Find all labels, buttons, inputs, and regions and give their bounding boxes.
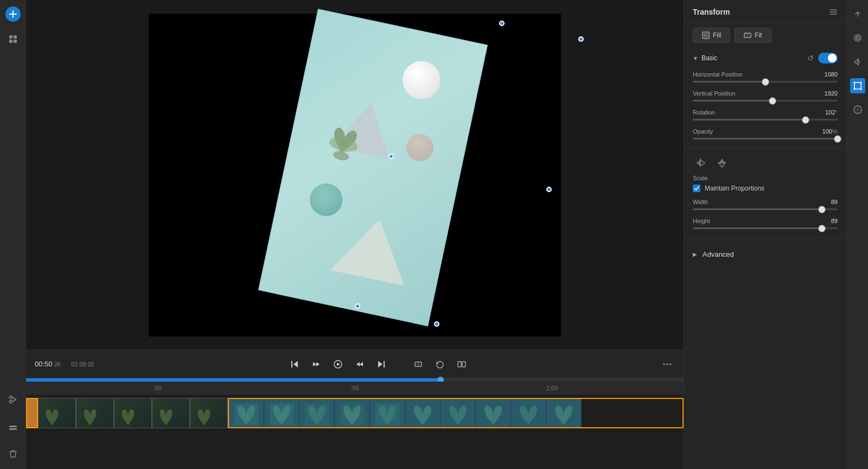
track-thumb-4[interactable] [152,398,190,428]
h-pos-slider[interactable] [693,81,838,83]
opacity-slider[interactable] [693,138,838,140]
flip-vertical-button[interactable] [714,155,730,170]
vertical-position-prop: Vertical Position 1920 [684,87,846,106]
track-thumb-1[interactable] [38,398,76,428]
track-thumb-active[interactable] [26,398,38,428]
svg-rect-3 [14,40,17,43]
rotation-label: Rotation [693,109,715,116]
fast-forward-button[interactable] [352,357,367,372]
panel-header: Transform [684,0,846,22]
timeline-area: 00:50 26 01:09 02 [26,350,684,469]
layers-icon[interactable] [4,419,22,436]
h-pos-label: Horizontal Position [693,71,743,78]
track-thumb-3[interactable] [114,398,152,428]
layout-icon[interactable] [4,30,22,48]
current-frames: 26 [54,362,60,367]
ruler-mark-60: 1:00 [546,385,558,391]
opacity-prop: Opacity 100% [684,125,846,144]
h-pos-thumb[interactable] [762,78,769,86]
height-label: Height [693,218,710,224]
opacity-label: Opacity [693,128,713,135]
handle-top-center[interactable] [499,21,505,26]
main-content: 00:50 26 01:09 02 [26,0,684,469]
fill-fit-row: Fill Fit [684,22,846,48]
total-time-display: 01:09 02 [71,361,94,367]
skip-start-button[interactable] [287,357,302,372]
clip-thumb-6 [405,399,441,428]
svg-point-34 [853,88,855,90]
v-pos-slider[interactable] [693,100,838,102]
h-pos-value: 1080 [825,71,838,78]
flip-horizontal-button[interactable] [693,155,708,170]
advanced-section-header[interactable]: ▶ Advanced [684,243,846,266]
rotation-prop: Rotation 102° [684,106,846,125]
width-slider[interactable] [693,208,838,210]
panel-title: Transform [693,8,730,16]
basic-label: Basic [701,54,717,62]
handle-bot-left[interactable] [355,303,360,309]
main-clip[interactable] [228,398,684,428]
scale-label: Scale [693,175,708,181]
add-button[interactable] [5,7,21,22]
fit-view-button[interactable] [411,357,426,372]
handle-mid-right[interactable] [546,187,552,192]
split-view-button[interactable] [454,357,469,372]
basic-section-header[interactable]: ▼ Basic ↺ [684,48,846,68]
rewind-button[interactable] [309,357,324,372]
scale-icons-row [684,153,846,173]
timeline-tracks [26,395,684,469]
transform-icon[interactable] [850,78,865,93]
svg-point-19 [670,363,672,365]
track-thumb-5[interactable] [190,398,228,428]
clip-thumb-9 [511,399,546,428]
width-value: 89 [831,199,838,205]
track-thumb-2[interactable] [76,398,114,428]
color-icon[interactable] [850,102,865,117]
clip-thumb-3 [299,399,335,428]
rotation-slider[interactable] [693,119,838,121]
svg-point-4 [9,401,12,403]
height-slider[interactable] [693,227,838,229]
maintain-proportions-checkbox[interactable] [693,185,700,192]
trash-icon[interactable] [4,445,22,462]
opacity-thumb[interactable] [834,135,841,143]
advanced-label: Advanced [703,250,734,258]
fit-button[interactable]: Fit [735,28,771,43]
playback-bar: 00:50 26 01:09 02 [26,350,684,378]
basic-section-controls: ↺ [807,53,838,64]
rotation-thumb[interactable] [802,116,809,124]
effects-icon[interactable] [850,30,865,46]
play-button[interactable] [330,357,346,372]
width-thumb[interactable] [818,206,826,213]
height-prop: Height 89 [684,214,846,233]
handle-mid-left[interactable] [388,154,394,159]
svg-rect-13 [384,361,385,367]
white-ball [399,58,444,103]
svg-point-32 [853,82,855,84]
reset-icon[interactable]: ↺ [807,54,814,62]
menu-icon[interactable] [660,357,675,372]
v-pos-thumb[interactable] [769,97,776,105]
width-label: Width [693,199,708,205]
height-thumb[interactable] [818,225,826,232]
loop-button[interactable] [432,357,448,372]
fit-label: Fit [755,31,762,39]
rotated-clip[interactable] [258,9,488,326]
svg-point-18 [667,363,668,365]
width-prop: Width 89 [684,195,846,214]
share-icon[interactable] [850,7,865,22]
basic-toggle[interactable] [818,53,838,64]
svg-rect-2 [9,40,12,43]
svg-point-17 [663,363,665,365]
maintain-proportions-row[interactable]: Maintain Proportions [684,181,846,195]
plant [318,114,371,171]
fill-button[interactable]: Fill [693,28,730,43]
handle-top-right[interactable] [578,36,584,42]
fill-label: Fill [713,31,721,39]
svg-rect-1 [14,35,17,39]
cut-icon[interactable] [4,391,22,408]
skip-end-button[interactable] [374,357,389,372]
audio-icon[interactable] [850,54,865,69]
handle-bot-center[interactable] [434,321,439,327]
clip-thumb-1 [229,399,264,428]
